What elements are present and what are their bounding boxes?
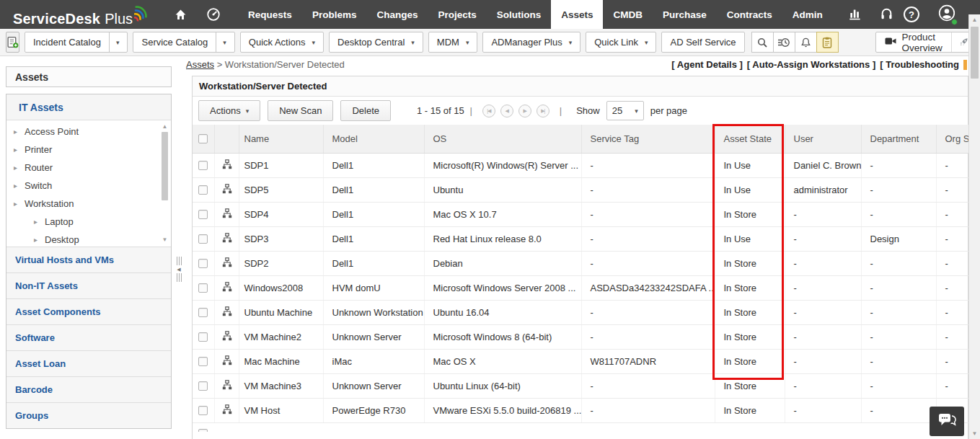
row-checkbox[interactable] — [198, 185, 208, 195]
chevron-right-icon[interactable]: ▸ — [34, 218, 40, 226]
bell-icon[interactable] — [795, 32, 817, 53]
sidebar-tree-scrollbar[interactable]: ▲ ▼ — [160, 123, 169, 244]
sidebar-tree-item[interactable]: ▸ Printer — [6, 141, 171, 159]
dashboard-icon[interactable] — [199, 0, 228, 29]
table-row[interactable]: Mac Machine iMac Mac OS X W811707ADNR In… — [193, 349, 969, 373]
header-link[interactable]: [ Troubleshooting — [880, 59, 959, 70]
new-item-icon[interactable] — [6, 32, 19, 53]
sidebar-section-asset-loan[interactable]: Asset Loan — [6, 350, 171, 376]
scrollbar-thumb[interactable] — [971, 27, 979, 79]
column-header-user[interactable]: User — [785, 125, 861, 153]
cell-name[interactable]: SDP3 — [239, 226, 323, 251]
cell-name[interactable]: Ubuntu Machine — [239, 300, 323, 324]
scroll-down-icon[interactable]: ▼ — [969, 430, 980, 437]
page-size-select[interactable]: 25 ▾ — [606, 101, 644, 120]
sidebar-section-virtual-hosts-and-vms[interactable]: Virtual Hosts and VMs — [6, 247, 171, 272]
cell-name[interactable]: VM Machine2 — [239, 324, 323, 349]
row-checkbox[interactable] — [198, 234, 208, 244]
scroll-up-icon[interactable]: ▲ — [969, 17, 980, 23]
table-row[interactable]: SDP4 Dell1 Mac OS X 10.7 - In Store - - … — [193, 202, 969, 226]
cell-name[interactable]: VM Host — [239, 398, 323, 422]
nav-tab-contracts[interactable]: Contracts — [717, 0, 782, 29]
cell-name[interactable]: Mac Machine — [239, 349, 323, 373]
scrollbar-thumb[interactable] — [162, 132, 168, 200]
sidebar-tree-item[interactable]: ▸ Laptop — [6, 213, 171, 231]
home-icon[interactable] — [166, 0, 195, 29]
row-checkbox[interactable] — [198, 381, 208, 391]
prev-page-icon[interactable]: ◀ — [500, 105, 513, 117]
delete-button[interactable]: Delete — [340, 100, 391, 121]
header-link[interactable]: [ Agent Details ] — [671, 59, 742, 70]
sidebar-item-it-assets[interactable]: IT Assets — [6, 94, 171, 120]
toolbar-dropdown-ad-self-service[interactable]: AD Self Service — [661, 32, 744, 53]
toolbar-dropdown-mdm[interactable]: MDM ▾ — [428, 32, 478, 53]
app-logo[interactable]: ServiceDesk Plus — [13, 2, 147, 27]
toolbar-dropdown-quick-actions[interactable]: Quick Actions ▾ — [240, 32, 324, 53]
nav-tab-requests[interactable]: Requests — [238, 0, 302, 29]
nav-tab-cmdb[interactable]: CMDB — [603, 0, 653, 29]
nav-tab-changes[interactable]: Changes — [366, 0, 428, 29]
table-row[interactable]: SDP1 Dell1 Microsoft(R) Windows(R) Serve… — [193, 153, 969, 177]
tab-workstation-server-detected[interactable]: Workstation/Server Detected — [193, 76, 968, 97]
table-row[interactable]: SDP5 Dell1 Ubuntu - In Use administrator… — [193, 177, 969, 202]
row-checkbox[interactable] — [198, 283, 208, 293]
nav-tab-projects[interactable]: Projects — [428, 0, 486, 29]
row-checkbox[interactable] — [198, 210, 208, 219]
column-header-name[interactable]: Name — [239, 125, 323, 153]
help-icon[interactable]: ? — [904, 6, 919, 22]
sidebar-collapse-handle[interactable]: ◀ — [175, 254, 182, 284]
cell-name[interactable]: SDP4 — [239, 202, 323, 226]
sidebar-tree-item[interactable]: ▸ Switch — [6, 177, 171, 195]
row-checkbox[interactable] — [198, 308, 208, 317]
chevron-right-icon[interactable]: ▸ — [34, 236, 40, 244]
table-row[interactable]: SDP2 Dell1 Debian - In Store - - - — [193, 251, 969, 275]
user-avatar[interactable] — [938, 4, 955, 25]
nav-tab-assets[interactable]: Assets — [551, 0, 603, 29]
sidebar-section-groups[interactable]: Groups — [6, 402, 171, 428]
toolbar-dropdown-desktop-central[interactable]: Desktop Central ▾ — [329, 32, 423, 53]
scroll-up-icon[interactable]: ▲ — [162, 123, 168, 130]
sidebar-section-asset-components[interactable]: Asset Components — [6, 298, 171, 324]
product-overview-button[interactable]: Product Overview 1 — [875, 32, 976, 53]
nav-tab-admin[interactable]: Admin — [782, 0, 833, 29]
column-header-asset-state[interactable]: Asset State — [715, 125, 785, 153]
reports-icon[interactable] — [847, 6, 863, 23]
history-icon[interactable] — [773, 32, 795, 53]
select-all-checkbox[interactable] — [198, 134, 208, 143]
cell-name[interactable]: VM Machine3 — [239, 373, 323, 398]
sidebar-section-software[interactable]: Software — [6, 324, 171, 350]
nav-tab-purchase[interactable]: Purchase — [653, 0, 717, 29]
cell-name[interactable]: SDP5 — [239, 177, 323, 202]
first-page-icon[interactable]: |◀ — [482, 105, 495, 117]
column-header-os[interactable]: OS — [424, 125, 581, 153]
last-page-icon[interactable]: ▶| — [537, 105, 549, 117]
table-row[interactable]: VM Machine2 Unknown Server Microsoft Win… — [193, 324, 969, 349]
chevron-right-icon[interactable]: ▸ — [14, 164, 19, 172]
clipboard-icon[interactable] — [816, 32, 839, 53]
sidebar-tree-item[interactable]: ▸ Access Point — [6, 123, 171, 141]
cell-name[interactable]: Windows2008 — [239, 275, 323, 300]
sidebar-section-barcode[interactable]: Barcode — [6, 376, 171, 402]
scroll-down-icon[interactable]: ▼ — [162, 236, 168, 244]
window-scrollbar[interactable]: ▲ ▼ — [968, 14, 980, 439]
toolbar-dropdown-quick-link[interactable]: Quick Link ▾ — [586, 32, 656, 53]
cell-name[interactable]: SDP2 — [239, 251, 323, 275]
next-page-icon[interactable]: ▶ — [518, 105, 531, 117]
toolbar-dropdown-service-catalog[interactable]: Service Catalog ▾ — [133, 32, 234, 53]
nav-tab-problems[interactable]: Problems — [302, 0, 367, 29]
table-row[interactable]: Windows2008 HVM domU Microsoft Windows S… — [193, 275, 969, 300]
table-row[interactable]: VM Host PowerEdge R730 VMware ESXi 5.5.0… — [193, 398, 969, 422]
chevron-right-icon[interactable]: ▸ — [14, 200, 19, 208]
column-header-service-tag[interactable]: Service Tag — [581, 125, 715, 153]
actions-button[interactable]: Actions ▾ — [198, 100, 260, 121]
chevron-right-icon[interactable]: ▸ — [14, 182, 19, 190]
chat-button[interactable] — [930, 407, 964, 436]
row-checkbox[interactable] — [198, 161, 208, 170]
breadcrumb-root-link[interactable]: Assets — [186, 59, 214, 70]
sidebar-tree-item[interactable]: ▸ Workstation — [6, 195, 171, 213]
row-checkbox[interactable] — [198, 259, 208, 268]
headset-icon[interactable] — [879, 6, 894, 24]
table-row[interactable]: VM Machine3 Unknown Server Ubuntu Linux … — [193, 373, 969, 398]
row-checkbox[interactable] — [198, 429, 208, 432]
column-header-model[interactable]: Model — [323, 125, 424, 153]
